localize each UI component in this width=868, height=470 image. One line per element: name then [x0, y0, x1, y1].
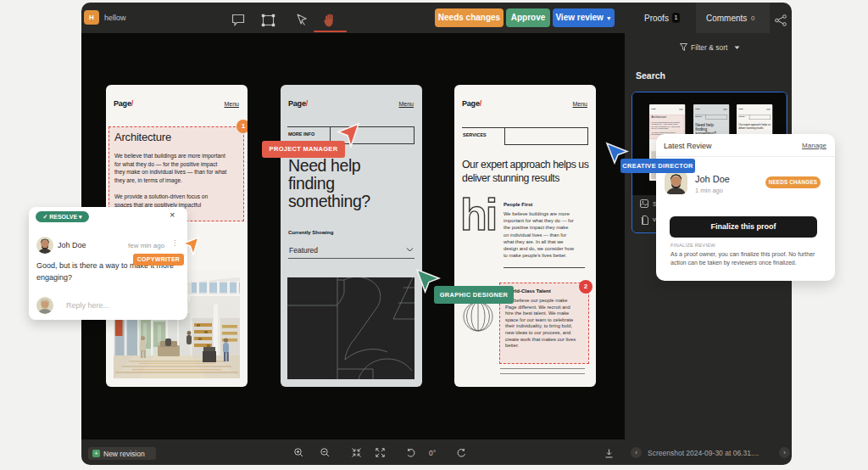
svg-text:hi: hi: [460, 195, 496, 232]
